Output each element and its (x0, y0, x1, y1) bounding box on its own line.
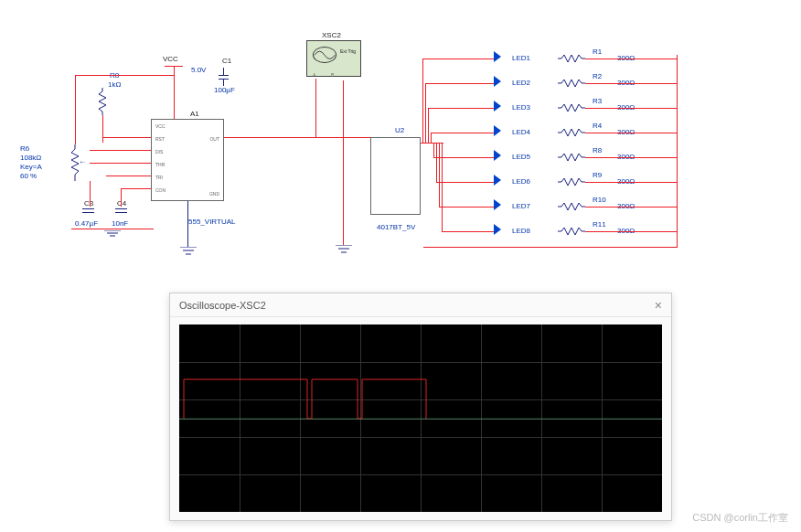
wire-r-ret-7 (585, 231, 677, 232)
pin-out: OUT (209, 136, 219, 142)
resistor-R3[interactable] (558, 104, 585, 112)
instrument-XSC2[interactable]: Ext Trig A B (306, 40, 361, 77)
wire-led-5 (436, 143, 437, 182)
w-u2-bus (421, 143, 443, 144)
schematic-canvas[interactable]: XSC2 Ext Trig A B VCC 5.0V C1 100µF A1 V… (0, 0, 801, 283)
wire-led-1 (425, 83, 426, 143)
watermark: CSDN @corlin工作室 (692, 511, 788, 525)
r-ref-5: R9 (593, 171, 602, 179)
wire-led-2 (428, 108, 429, 143)
led-icon-5[interactable] (494, 175, 501, 186)
wire-led-h-7 (442, 231, 494, 232)
wire-led-3 (431, 133, 432, 143)
wire-r-ret-6 (585, 207, 677, 207)
ext-trig-label: Ext Trig (340, 48, 356, 54)
resistor-R1[interactable] (558, 55, 585, 62)
resistor-R4[interactable] (558, 129, 585, 136)
port-a: A (313, 72, 315, 78)
c1-ref: C1 (222, 57, 231, 65)
wire-led-h-0 (422, 59, 494, 59)
pin-thr: THR (155, 162, 165, 167)
led-icon-0[interactable] (494, 51, 501, 62)
chip-4017[interactable] (370, 137, 421, 215)
r-ref-0: R1 (593, 48, 602, 56)
resistor-r8[interactable] (99, 88, 106, 115)
led-icon-1[interactable] (494, 76, 501, 87)
wire-gnd-bar (71, 229, 154, 229)
c4-val: 10nF (112, 219, 128, 228)
resistor-R2[interactable] (558, 80, 585, 87)
wire-led-h-6 (439, 207, 494, 207)
sine-icon (313, 47, 336, 63)
wire-555-gnd (187, 201, 188, 247)
led-icon-6[interactable] (494, 199, 501, 210)
pot-arrow-icon: ← (79, 157, 87, 166)
wire-to-con (121, 188, 151, 189)
u2-ref: U2 (395, 126, 404, 134)
close-icon[interactable]: × (655, 298, 662, 313)
resistor-R8[interactable] (558, 154, 585, 161)
vcc-netlabel: VCC (163, 55, 178, 63)
resistor-R11[interactable] (558, 228, 585, 235)
wire-led-6 (439, 143, 440, 207)
wire-to-rst (102, 137, 151, 138)
led-ref-6: LED7 (512, 202, 530, 210)
wire-left-down (75, 75, 76, 144)
led-ref-1: LED2 (512, 79, 530, 87)
osc-trace-a (179, 325, 662, 512)
led-icon-3[interactable] (494, 125, 501, 136)
led-ref-0: LED1 (512, 54, 530, 62)
resistor-R9[interactable] (558, 178, 585, 186)
led-icon-4[interactable] (494, 150, 501, 161)
led-ref-7: LED8 (512, 227, 530, 235)
wire-led-h-2 (428, 108, 494, 109)
r-ref-4: R8 (593, 146, 602, 154)
wire-to-thr (90, 163, 151, 164)
resistor-R10[interactable] (558, 203, 585, 210)
vcc-value: 5.0V (191, 66, 206, 74)
wire-r-ret-5 (585, 182, 677, 183)
wire-led-7 (442, 143, 443, 231)
osc-screen[interactable] (179, 325, 662, 512)
pin-vcc: VCC (155, 123, 166, 129)
pin-gnd: GND (209, 191, 219, 197)
gnd-left (104, 230, 121, 241)
wire-right-return (677, 55, 678, 247)
r-ref-3: R4 (593, 122, 602, 130)
wire-r-ret-1 (585, 83, 677, 84)
r-ref-7: R11 (593, 220, 606, 229)
r6-key: Key=A (20, 163, 42, 171)
r-ref-6: R10 (593, 196, 606, 204)
wire-c3-up (90, 181, 91, 207)
timer-ref: A1 (190, 110, 199, 118)
led-ref-2: LED3 (512, 103, 530, 112)
r8-val: 1kΩ (108, 80, 121, 89)
port-b: B (331, 72, 334, 78)
c1-val: 100µF (214, 86, 235, 94)
led-ref-5: LED6 (512, 177, 530, 186)
oscilloscope-window[interactable]: Oscilloscope-XSC2 × (169, 293, 672, 521)
r6-ref: R6 (20, 144, 29, 153)
pin-tri: TRI (155, 175, 163, 180)
wire-led-h-5 (436, 182, 494, 183)
pot-r6[interactable] (71, 144, 79, 181)
u2-part: 4017BT_5V (377, 223, 415, 231)
pin-rst: RST (155, 136, 165, 142)
c4-ref: C4 (117, 199, 126, 207)
wire-c4-up (121, 188, 122, 207)
osc-titlebar[interactable]: Oscilloscope-XSC2 × (170, 293, 671, 317)
wire-r-ret-2 (585, 108, 677, 109)
wire-led-h-3 (431, 133, 494, 133)
wire-to-tri (106, 176, 151, 176)
wire-led-0 (422, 59, 423, 143)
wire-to-scope (315, 79, 316, 137)
led-icon-2[interactable] (494, 101, 501, 112)
led-icon-7[interactable] (494, 224, 501, 235)
chip-555[interactable]: VCC RST DIS THR TRI CON OUT GND (151, 119, 224, 201)
r-ref-2: R3 (593, 97, 602, 105)
pin-con: CON (155, 187, 166, 193)
wire-to-dis (90, 150, 151, 151)
r-ref-1: R2 (593, 72, 602, 80)
wire-right-return-h (423, 247, 678, 248)
wire-r8-bot (102, 115, 103, 143)
